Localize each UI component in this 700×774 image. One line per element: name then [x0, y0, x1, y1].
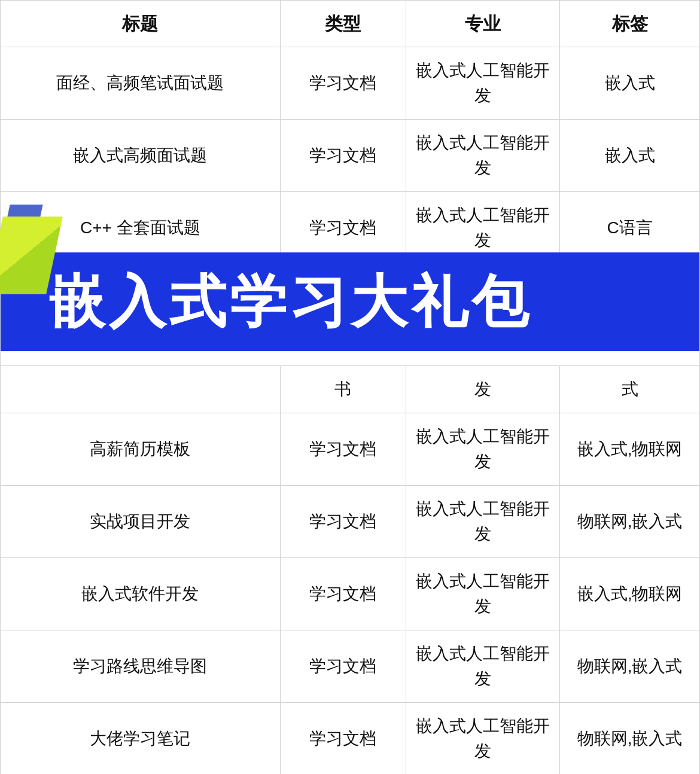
row-title: 高薪简历模板 [1, 413, 281, 486]
header-col3: 专业 [406, 1, 560, 47]
table-row: 学习路线思维导图学习文档嵌入式人工智能开发物联网,嵌入式 [1, 630, 700, 703]
table-row: 面经、高频笔试面试题学习文档嵌入式人工智能开发嵌入式 [1, 47, 700, 120]
row-title [1, 366, 281, 413]
row-type: 学习文档 [280, 486, 406, 558]
table-row: 高薪简历模板学习文档嵌入式人工智能开发嵌入式,物联网 [1, 413, 700, 486]
main-table: 标题 类型 专业 标签 面经、高频笔试面试题学习文档嵌入式人工智能开发嵌入式嵌入… [0, 0, 700, 774]
header-col2: 类型 [280, 1, 406, 47]
row-type: 学习文档 [280, 630, 406, 703]
row-type: 学习文档 [280, 120, 406, 192]
row-major: 嵌入式人工智能开发 [406, 630, 560, 703]
header-col1: 标题 [1, 1, 281, 47]
row-major: 嵌入式人工智能开发 [406, 413, 560, 486]
row-type: 学习文档 [280, 47, 406, 120]
row-major: 嵌入式人工智能开发 [406, 47, 560, 120]
table-row: 嵌入式高频面试题学习文档嵌入式人工智能开发嵌入式 [1, 120, 700, 192]
row-major: 嵌入式人工智能开发 [406, 558, 560, 630]
table-row: 大佬学习笔记学习文档嵌入式人工智能开发物联网,嵌入式 [1, 703, 700, 775]
banner-row: 嵌入式学习大礼包 [1, 264, 700, 366]
row-major: 嵌入式人工智能开发 [406, 120, 560, 192]
row-title: 面经、高频笔试面试题 [1, 47, 281, 120]
table-row: 实战项目开发学习文档嵌入式人工智能开发物联网,嵌入式 [1, 486, 700, 558]
row-type: 学习文档 [280, 703, 406, 775]
banner-text: 嵌入式学习大礼包 [48, 259, 532, 345]
row-major: 嵌入式人工智能开发 [406, 703, 560, 775]
row-title: 学习路线思维导图 [1, 630, 281, 703]
table-wrapper: 标题 类型 专业 标签 面经、高频笔试面试题学习文档嵌入式人工智能开发嵌入式嵌入… [0, 0, 700, 774]
row-major: 嵌入式人工智能开发 [406, 486, 560, 558]
row-tag: 物联网,嵌入式 [560, 703, 700, 775]
row-title: 实战项目开发 [1, 486, 281, 558]
row-tag: 物联网,嵌入式 [560, 630, 700, 703]
row-tag: 嵌入式,物联网 [560, 558, 700, 630]
row-title: 嵌入式软件开发 [1, 558, 281, 630]
row-title: 大佬学习笔记 [1, 703, 281, 775]
row-type: 学习文档 [280, 413, 406, 486]
row-title: 嵌入式高频面试题 [1, 120, 281, 192]
row-tag: 嵌入式 [560, 120, 700, 192]
table-row-partial: 书发式 [1, 366, 700, 413]
row-type: 书 [280, 366, 406, 413]
banner-overlay: 嵌入式学习大礼包 [1, 252, 699, 351]
row-type: 学习文档 [280, 558, 406, 630]
header-col4: 标签 [560, 1, 700, 47]
table-row: 嵌入式软件开发学习文档嵌入式人工智能开发嵌入式,物联网 [1, 558, 700, 630]
row-tag: 物联网,嵌入式 [560, 486, 700, 558]
row-tag: 式 [560, 366, 700, 413]
row-tag: 嵌入式,物联网 [560, 413, 700, 486]
row-tag: 嵌入式 [560, 47, 700, 120]
header-row: 标题 类型 专业 标签 [1, 1, 700, 47]
row-major: 发 [406, 366, 560, 413]
